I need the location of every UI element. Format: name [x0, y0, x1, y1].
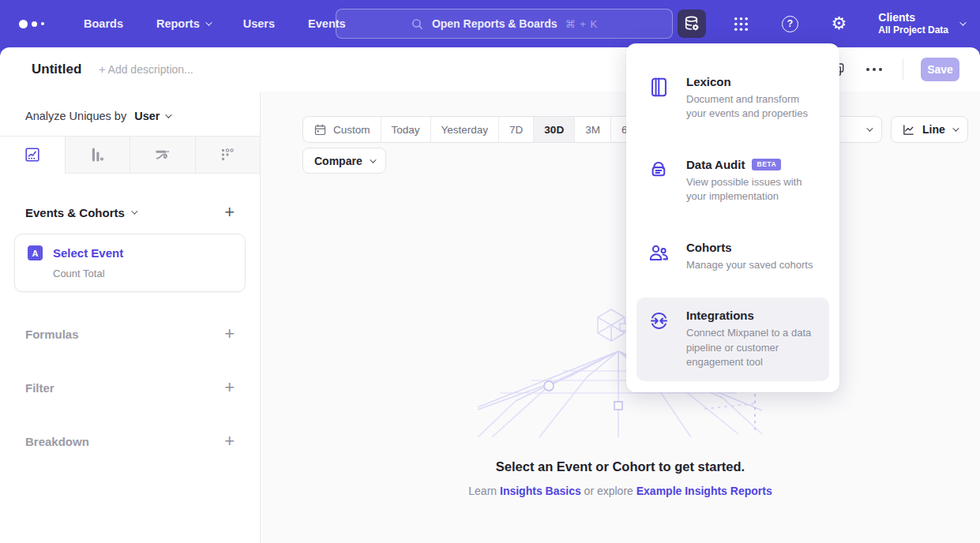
bar-chart-tab-icon	[88, 146, 106, 163]
events-cohorts-section-toggle[interactable]: Events & Cohorts	[25, 206, 136, 219]
query-builder-sidebar: Analyze Uniques by User	[0, 92, 261, 543]
report-canvas: Custom Today Yesterday 7D 30D 3M 6M Comp…	[261, 92, 980, 543]
tab-retention-grid[interactable]	[195, 137, 261, 174]
menu-item-data-audit[interactable]: Data Audit BETA View possible issues wit…	[636, 147, 829, 215]
integrations-sync-icon	[648, 310, 670, 331]
menu-item-title: Cohorts	[686, 241, 813, 254]
menu-item-description: Connect Mixpanel to a data pipeline or c…	[686, 326, 817, 369]
chart-style-dropdown[interactable]: Line	[891, 116, 968, 143]
date-range-today[interactable]: Today	[381, 117, 430, 142]
chevron-down-icon	[205, 19, 212, 25]
empty-state-subtitle: Learn Insights Basics or explore Example…	[261, 485, 980, 497]
add-breakdown-button[interactable]: +	[224, 433, 235, 450]
apps-grid-button[interactable]	[727, 9, 755, 38]
nav-item-boards[interactable]: Boards	[84, 17, 123, 30]
filter-section-label: Filter	[25, 381, 54, 395]
tab-flow-chart[interactable]	[130, 137, 195, 174]
or-explore-text: or explore	[584, 485, 633, 497]
project-name: Clients	[878, 10, 948, 24]
compare-dropdown[interactable]: Compare	[302, 148, 386, 174]
beta-badge: BETA	[752, 159, 781, 170]
top-navigation-bar: Boards Reports Users Events Open Reports…	[0, 0, 980, 47]
menu-item-title: Integrations	[686, 309, 817, 322]
settings-button[interactable]: ⚙	[824, 9, 853, 38]
more-options-button[interactable]	[863, 65, 885, 74]
chart-type-tabs	[0, 136, 260, 174]
nav-item-users[interactable]: Users	[243, 17, 275, 30]
menu-item-description: Document and transform your events and p…	[686, 92, 817, 122]
save-button[interactable]: Save	[921, 58, 959, 81]
grid-apps-icon	[732, 15, 750, 33]
select-event-link[interactable]: Select Event	[53, 246, 123, 260]
add-formula-button[interactable]: +	[224, 325, 235, 343]
menu-item-description: View possible issues with your implement…	[686, 175, 817, 204]
date-range-control: Custom Today Yesterday 7D 30D 3M 6M	[302, 116, 648, 143]
search-input[interactable]: Open Reports & Boards ⌘ + K	[336, 9, 673, 39]
project-selector[interactable]: Clients All Project Data	[878, 10, 964, 37]
lexicon-book-icon	[648, 77, 670, 98]
date-range-3m[interactable]: 3M	[574, 117, 610, 142]
tab-insights-chart[interactable]	[0, 137, 65, 174]
empty-state-title: Select an Event or Cohort to get started…	[261, 459, 980, 474]
menu-item-title: Lexicon	[686, 75, 817, 88]
tab-bar-chart[interactable]	[65, 137, 130, 174]
learn-prefix: Learn	[468, 485, 497, 497]
date-range-30d[interactable]: 30D	[533, 117, 574, 142]
date-range-custom[interactable]: Custom	[303, 117, 381, 142]
calendar-icon	[314, 123, 327, 137]
menu-item-cohorts[interactable]: Cohorts Manage your saved cohorts	[636, 230, 829, 283]
database-gear-icon	[682, 14, 701, 33]
cohorts-people-icon	[648, 242, 670, 264]
menu-item-lexicon[interactable]: Lexicon Document and transform your even…	[636, 64, 829, 133]
breakdown-section-label: Breakdown	[25, 435, 89, 448]
help-icon: ?	[782, 16, 798, 32]
data-management-dropdown-menu: Lexicon Document and transform your even…	[626, 43, 839, 392]
event-card[interactable]: A Select Event Count Total	[14, 234, 246, 292]
nav-item-reports[interactable]: Reports	[156, 17, 210, 30]
search-icon	[411, 17, 424, 31]
event-aggregation[interactable]: Count Total	[53, 268, 232, 279]
flow-tab-icon	[153, 146, 171, 164]
chevron-down-icon	[959, 19, 966, 25]
search-shortcut: ⌘ + K	[565, 18, 599, 30]
date-range-7d[interactable]: 7D	[498, 117, 533, 142]
add-description-field[interactable]: + Add description...	[99, 63, 193, 76]
insights-basics-link[interactable]: Insights Basics	[500, 485, 581, 497]
mixpanel-logo-icon[interactable]	[19, 20, 51, 28]
menu-item-title: Data Audit BETA	[686, 158, 817, 171]
data-management-button[interactable]	[678, 9, 706, 38]
add-event-button[interactable]: +	[224, 204, 235, 221]
add-filter-button[interactable]: +	[224, 379, 235, 396]
formulas-section-label: Formulas	[25, 328, 79, 341]
analyze-by-dropdown[interactable]: User	[134, 110, 170, 122]
gear-icon: ⚙	[831, 15, 847, 32]
chevron-down-icon	[866, 125, 873, 131]
report-title[interactable]: Untitled	[32, 62, 81, 77]
event-series-badge: A	[28, 245, 43, 260]
help-button[interactable]: ?	[775, 9, 804, 38]
example-insights-reports-link[interactable]: Example Insights Reports	[636, 485, 772, 497]
analyze-label: Analyze Uniques by	[25, 110, 126, 122]
menu-item-integrations[interactable]: Integrations Connect Mixpanel to a data …	[636, 298, 829, 380]
project-scope: All Project Data	[878, 24, 948, 37]
date-range-yesterday[interactable]: Yesterday	[430, 117, 499, 142]
line-chart-tab-icon	[24, 146, 41, 163]
line-chart-icon	[902, 123, 915, 137]
header-divider	[903, 59, 903, 80]
menu-item-description: Manage your saved cohorts	[686, 258, 813, 272]
grid-dots-tab-icon	[219, 146, 236, 163]
data-audit-icon	[648, 159, 670, 181]
search-placeholder: Open Reports & Boards	[432, 17, 558, 30]
